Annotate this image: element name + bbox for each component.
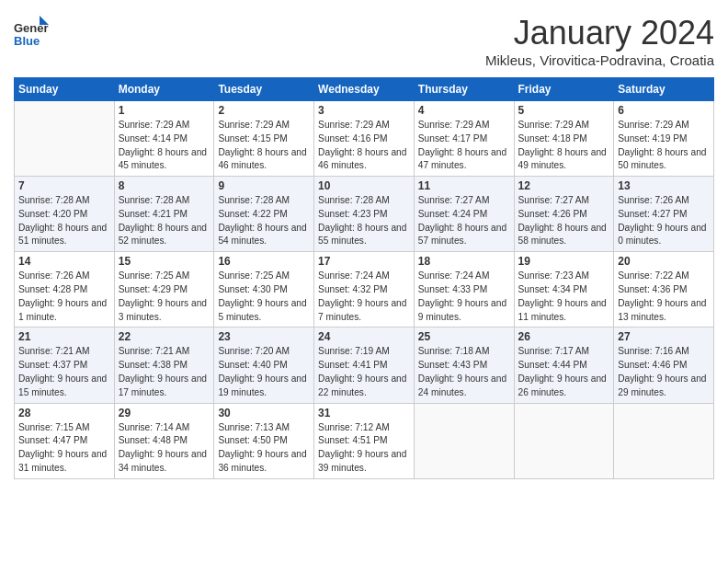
day-number: 4	[418, 104, 510, 117]
day-info: Sunrise: 7:21 AMSunset: 4:37 PMDaylight:…	[18, 345, 110, 399]
day-info: Sunrise: 7:29 AMSunset: 4:16 PMDaylight:…	[318, 119, 410, 173]
day-info: Sunrise: 7:14 AMSunset: 4:48 PMDaylight:…	[119, 421, 210, 476]
day-number: 9	[218, 179, 310, 192]
day-number: 18	[418, 255, 510, 268]
col-tuesday: Tuesday	[214, 78, 314, 101]
day-cell: 13 Sunrise: 7:26 AMSunset: 4:27 PMDaylig…	[614, 177, 714, 252]
day-cell: 27 Sunrise: 7:16 AMSunset: 4:46 PMDaylig…	[614, 327, 714, 403]
day-number: 16	[218, 255, 310, 268]
day-cell: 16 Sunrise: 7:25 AMSunset: 4:30 PMDaylig…	[214, 252, 314, 327]
day-cell: 28 Sunrise: 7:15 AMSunset: 4:47 PMDaylig…	[15, 403, 115, 478]
day-number: 3	[318, 104, 410, 117]
day-info: Sunrise: 7:24 AMSunset: 4:32 PMDaylight:…	[318, 270, 410, 324]
day-info: Sunrise: 7:25 AMSunset: 4:29 PMDaylight:…	[119, 270, 210, 324]
col-sunday: Sunday	[15, 78, 115, 101]
day-cell: 14 Sunrise: 7:26 AMSunset: 4:28 PMDaylig…	[15, 252, 115, 327]
day-info: Sunrise: 7:27 AMSunset: 4:24 PMDaylight:…	[418, 194, 510, 248]
week-row-1: 1 Sunrise: 7:29 AMSunset: 4:14 PMDayligh…	[15, 101, 714, 177]
day-number: 30	[218, 407, 310, 419]
location-text: Mikleus, Virovitica-Podravina, Croatia	[485, 52, 714, 68]
day-cell: 10 Sunrise: 7:28 AMSunset: 4:23 PMDaylig…	[314, 177, 415, 252]
day-number: 25	[418, 330, 510, 343]
day-info: Sunrise: 7:28 AMSunset: 4:23 PMDaylight:…	[318, 194, 410, 248]
day-cell	[414, 403, 514, 478]
day-cell: 4 Sunrise: 7:29 AMSunset: 4:17 PMDayligh…	[414, 101, 514, 177]
day-info: Sunrise: 7:25 AMSunset: 4:30 PMDaylight:…	[218, 270, 310, 324]
day-cell: 29 Sunrise: 7:14 AMSunset: 4:48 PMDaylig…	[114, 403, 214, 478]
day-cell: 7 Sunrise: 7:28 AMSunset: 4:20 PMDayligh…	[15, 177, 115, 252]
day-info: Sunrise: 7:19 AMSunset: 4:41 PMDaylight:…	[318, 345, 410, 399]
day-number: 31	[318, 407, 410, 419]
day-number: 17	[318, 255, 410, 268]
day-info: Sunrise: 7:21 AMSunset: 4:38 PMDaylight:…	[119, 345, 210, 399]
col-friday: Friday	[514, 78, 614, 101]
day-cell: 3 Sunrise: 7:29 AMSunset: 4:16 PMDayligh…	[314, 101, 415, 177]
day-info: Sunrise: 7:16 AMSunset: 4:46 PMDaylight:…	[618, 345, 710, 399]
day-info: Sunrise: 7:17 AMSunset: 4:44 PMDaylight:…	[518, 345, 610, 399]
day-number: 15	[119, 255, 210, 268]
day-number: 7	[18, 179, 110, 192]
day-info: Sunrise: 7:22 AMSunset: 4:36 PMDaylight:…	[618, 270, 710, 324]
day-number: 28	[18, 407, 110, 419]
day-cell	[614, 403, 714, 478]
day-cell	[514, 403, 614, 478]
day-info: Sunrise: 7:29 AMSunset: 4:19 PMDaylight:…	[618, 119, 710, 173]
day-cell: 25 Sunrise: 7:18 AMSunset: 4:43 PMDaylig…	[414, 327, 514, 403]
day-info: Sunrise: 7:13 AMSunset: 4:50 PMDaylight:…	[218, 421, 310, 476]
day-cell: 24 Sunrise: 7:19 AMSunset: 4:41 PMDaylig…	[314, 327, 415, 403]
day-number: 1	[119, 104, 210, 117]
page-header: General Blue January 2024 Mikleus, Virov…	[14, 14, 714, 68]
day-cell	[15, 101, 115, 177]
header-row: Sunday Monday Tuesday Wednesday Thursday…	[15, 78, 714, 101]
day-cell: 21 Sunrise: 7:21 AMSunset: 4:37 PMDaylig…	[15, 327, 115, 403]
day-number: 8	[119, 179, 210, 192]
day-info: Sunrise: 7:28 AMSunset: 4:22 PMDaylight:…	[218, 194, 310, 248]
day-info: Sunrise: 7:29 AMSunset: 4:18 PMDaylight:…	[518, 119, 610, 173]
day-number: 13	[618, 179, 710, 192]
day-number: 23	[218, 330, 310, 343]
day-info: Sunrise: 7:27 AMSunset: 4:26 PMDaylight:…	[518, 194, 610, 248]
day-number: 24	[318, 330, 410, 343]
logo: General Blue	[14, 14, 52, 49]
day-number: 11	[418, 179, 510, 192]
day-cell: 30 Sunrise: 7:13 AMSunset: 4:50 PMDaylig…	[214, 403, 314, 478]
svg-marker-2	[40, 16, 49, 25]
week-row-5: 28 Sunrise: 7:15 AMSunset: 4:47 PMDaylig…	[15, 403, 714, 478]
day-number: 29	[119, 407, 210, 419]
day-info: Sunrise: 7:29 AMSunset: 4:17 PMDaylight:…	[418, 119, 510, 173]
col-saturday: Saturday	[614, 78, 714, 101]
day-number: 5	[518, 104, 610, 117]
col-thursday: Thursday	[414, 78, 514, 101]
col-monday: Monday	[114, 78, 214, 101]
day-info: Sunrise: 7:24 AMSunset: 4:33 PMDaylight:…	[418, 270, 510, 324]
month-title: January 2024	[485, 14, 714, 52]
day-cell: 2 Sunrise: 7:29 AMSunset: 4:15 PMDayligh…	[214, 101, 314, 177]
day-info: Sunrise: 7:12 AMSunset: 4:51 PMDaylight:…	[318, 421, 410, 476]
week-row-4: 21 Sunrise: 7:21 AMSunset: 4:37 PMDaylig…	[15, 327, 714, 403]
day-cell: 19 Sunrise: 7:23 AMSunset: 4:34 PMDaylig…	[514, 252, 614, 327]
week-row-3: 14 Sunrise: 7:26 AMSunset: 4:28 PMDaylig…	[15, 252, 714, 327]
day-info: Sunrise: 7:15 AMSunset: 4:47 PMDaylight:…	[18, 421, 110, 476]
day-number: 26	[518, 330, 610, 343]
logo-icon: General Blue	[14, 14, 49, 49]
day-info: Sunrise: 7:28 AMSunset: 4:21 PMDaylight:…	[119, 194, 210, 248]
day-number: 21	[18, 330, 110, 343]
day-cell: 23 Sunrise: 7:20 AMSunset: 4:40 PMDaylig…	[214, 327, 314, 403]
day-number: 6	[618, 104, 710, 117]
day-cell: 12 Sunrise: 7:27 AMSunset: 4:26 PMDaylig…	[514, 177, 614, 252]
calendar-table: Sunday Monday Tuesday Wednesday Thursday…	[14, 77, 714, 479]
day-info: Sunrise: 7:26 AMSunset: 4:27 PMDaylight:…	[618, 194, 710, 248]
day-number: 2	[218, 104, 310, 117]
day-cell: 1 Sunrise: 7:29 AMSunset: 4:14 PMDayligh…	[114, 101, 214, 177]
day-info: Sunrise: 7:23 AMSunset: 4:34 PMDaylight:…	[518, 270, 610, 324]
day-cell: 15 Sunrise: 7:25 AMSunset: 4:29 PMDaylig…	[114, 252, 214, 327]
day-cell: 22 Sunrise: 7:21 AMSunset: 4:38 PMDaylig…	[114, 327, 214, 403]
day-number: 20	[618, 255, 710, 268]
title-block: January 2024 Mikleus, Virovitica-Podravi…	[485, 14, 714, 68]
day-info: Sunrise: 7:28 AMSunset: 4:20 PMDaylight:…	[18, 194, 110, 248]
day-cell: 9 Sunrise: 7:28 AMSunset: 4:22 PMDayligh…	[214, 177, 314, 252]
day-cell: 5 Sunrise: 7:29 AMSunset: 4:18 PMDayligh…	[514, 101, 614, 177]
day-info: Sunrise: 7:26 AMSunset: 4:28 PMDaylight:…	[18, 270, 110, 324]
day-number: 10	[318, 179, 410, 192]
day-cell: 6 Sunrise: 7:29 AMSunset: 4:19 PMDayligh…	[614, 101, 714, 177]
